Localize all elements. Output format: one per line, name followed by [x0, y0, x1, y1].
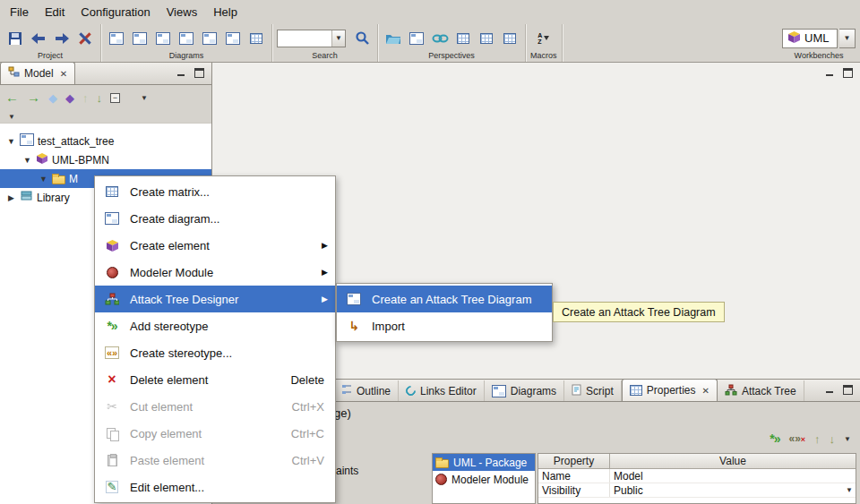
diagram-tool-icon-7[interactable]	[245, 27, 267, 50]
tab-outline[interactable]: Outline	[334, 380, 399, 401]
submenu-item-create-attack-tree-diagram[interactable]: Create an Attack Tree Diagram	[337, 286, 552, 312]
filter-caret-icon[interactable]: ▼	[8, 113, 15, 121]
uml-bpmn-icon	[36, 152, 48, 167]
maximize-view-icon[interactable]	[843, 385, 853, 395]
expander-icon[interactable]: ▼	[6, 137, 16, 146]
menu-item-edit-element[interactable]: ✎ Edit element...	[95, 474, 335, 500]
add-stereotype-icon[interactable]: *»	[770, 431, 779, 446]
move-up-icon[interactable]: ↑	[82, 91, 89, 105]
properties-toolbar: *» «»× ↑ ↓ ▼	[770, 431, 851, 446]
selected-element-icon[interactable]: ◆	[65, 92, 74, 104]
menu-item-create-stereotype[interactable]: «» Create stereotype...	[95, 339, 335, 366]
workbench-dropdown-icon[interactable]: ▼	[839, 29, 856, 48]
toolbar-section-project: Project	[0, 24, 101, 62]
toolbar-section-diagrams: Diagrams	[101, 24, 272, 62]
tab-properties[interactable]: Properties ✕	[622, 379, 718, 401]
menu-item-copy-element[interactable]: Copy element Ctrl+C	[95, 420, 335, 447]
perspective-icon[interactable]	[406, 27, 427, 50]
sort-az-icon[interactable]: A Z	[533, 27, 555, 50]
table-row-name[interactable]: Name Model	[538, 469, 856, 483]
move-up-icon[interactable]: ↑	[814, 432, 821, 446]
tab-attack-tree[interactable]: Attack Tree	[718, 380, 804, 401]
outline-icon	[341, 384, 352, 397]
save-icon[interactable]	[4, 27, 26, 50]
view-menu-caret-icon[interactable]: ▼	[141, 94, 148, 102]
table-row-visibility[interactable]: Visibility Public ▼	[538, 483, 856, 498]
nav-back-icon[interactable]: ←	[5, 91, 19, 104]
submenu-arrow-icon: ▶	[322, 268, 328, 277]
tree-item-uml-bpmn[interactable]: ▼ UML-BPMN	[0, 150, 211, 169]
tab-script[interactable]: Script	[564, 380, 622, 401]
nav-forward-icon[interactable]: →	[27, 91, 40, 104]
workbench-combo[interactable]: UML	[782, 29, 838, 48]
open-folder-icon[interactable]	[383, 27, 404, 50]
grid-view-icon[interactable]	[499, 27, 520, 50]
context-menu: Create matrix... Create diagram... Creat…	[94, 175, 336, 503]
menu-views[interactable]: Views	[159, 2, 205, 22]
collapse-all-icon[interactable]: −	[110, 93, 120, 103]
properties-menu-caret-icon[interactable]: ▼	[844, 435, 851, 443]
menu-item-modeler-module[interactable]: Modeler Module ▶	[95, 259, 335, 286]
diagram-tool-icon-6[interactable]	[222, 27, 244, 50]
menu-item-create-matrix[interactable]: Create matrix...	[95, 178, 335, 205]
menu-configuration[interactable]: Configuration	[73, 2, 158, 22]
diagram-tool-icon-2[interactable]	[129, 27, 150, 50]
diagram-tool-icon-3[interactable]	[152, 27, 174, 50]
toolbar-section-search: ▼ Search	[272, 24, 378, 62]
maximize-view-icon[interactable]	[194, 68, 204, 78]
configure-tools-icon[interactable]	[74, 27, 96, 50]
diagram-tool-icon-4[interactable]	[176, 27, 197, 50]
tab-diagrams[interactable]: Diagrams	[485, 380, 564, 401]
menu-item-attack-tree-designer[interactable]: Attack Tree Designer ▶	[95, 286, 335, 312]
menu-item-add-stereotype[interactable]: *» Add stereotype	[95, 312, 335, 339]
menu-file[interactable]: File	[2, 2, 37, 22]
expander-icon[interactable]: ▼	[39, 175, 48, 184]
menu-item-create-diagram[interactable]: Create diagram...	[95, 205, 335, 232]
cut-icon: ✂	[104, 399, 120, 414]
menu-item-paste-element[interactable]: Paste element Ctrl+V	[95, 447, 335, 474]
search-input[interactable]	[278, 30, 331, 46]
menubar: File Edit Configuration Views Help	[0, 0, 860, 24]
tab-links-editor[interactable]: Links Editor	[399, 380, 485, 401]
matrix-icon	[104, 186, 120, 197]
remove-stereotype-icon[interactable]: «»×	[788, 432, 805, 445]
attack-tree-icon	[725, 384, 737, 398]
minimize-view-icon[interactable]	[825, 385, 835, 395]
menu-help[interactable]: Help	[205, 2, 245, 22]
menu-item-cut-element[interactable]: ✂ Cut element Ctrl+X	[95, 393, 335, 420]
expander-icon[interactable]: ▼	[22, 156, 32, 165]
minimize-view-icon[interactable]	[176, 68, 186, 78]
back-icon[interactable]	[28, 27, 49, 50]
visibility-dropdown-icon[interactable]: ▼	[846, 486, 853, 494]
list-item-modeler-module[interactable]: Modeler Module	[433, 471, 535, 488]
menu-edit[interactable]: Edit	[37, 2, 73, 22]
toolbar-label-workbenches: Workbenches	[782, 51, 856, 61]
menu-item-create-element[interactable]: Create element ▶	[95, 232, 335, 259]
expander-icon[interactable]: ▶	[6, 193, 16, 202]
tab-model[interactable]: Model ✕	[0, 62, 75, 84]
table-view-icon[interactable]	[452, 27, 474, 50]
matrix-view-icon[interactable]	[476, 27, 497, 50]
submenu-arrow-icon: ▶	[322, 241, 328, 250]
uml-workbench-icon	[787, 30, 801, 47]
search-dropdown-icon[interactable]: ▼	[331, 30, 345, 47]
toolbar-section-macros: A Z Macros	[526, 24, 563, 62]
links-icon[interactable]	[429, 27, 451, 50]
forward-icon[interactable]	[51, 27, 73, 50]
move-down-icon[interactable]: ↓	[97, 91, 103, 105]
tree-item-test-attack-tree[interactable]: ▼ test_attack_tree	[0, 132, 211, 150]
maximize-view-icon[interactable]	[843, 68, 853, 78]
diagram-tool-icon-1[interactable]	[106, 27, 127, 50]
tab-properties-close-icon[interactable]: ✕	[701, 386, 709, 396]
diagram-tool-icon-5[interactable]	[199, 27, 220, 50]
list-item-uml-package[interactable]: UML - Package	[433, 454, 535, 471]
application-window: File Edit Configuration Views Help	[0, 0, 860, 504]
submenu-item-import[interactable]: ↳ Import	[337, 312, 552, 339]
menu-item-delete-element[interactable]: × Delete element Delete	[95, 366, 335, 393]
move-down-icon[interactable]: ↓	[830, 432, 836, 446]
related-elements-icon[interactable]: ◆	[48, 92, 57, 104]
minimize-view-icon[interactable]	[825, 68, 835, 78]
tab-model-close-icon[interactable]: ✕	[60, 69, 67, 79]
model-filter-row: ▼	[0, 110, 211, 124]
search-icon[interactable]	[351, 27, 373, 50]
